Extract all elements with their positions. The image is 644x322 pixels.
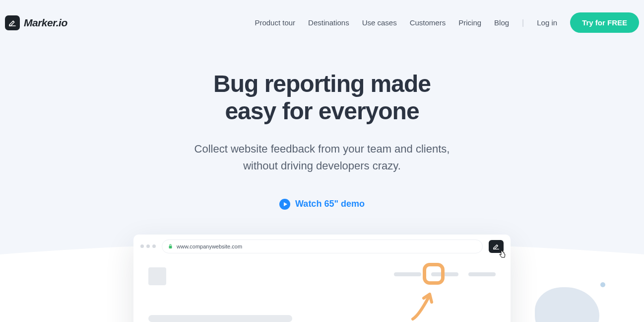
placeholder-nav [394, 272, 496, 276]
traffic-dot [140, 244, 144, 248]
hero-title: Bug reporting made easy for everyone [0, 70, 644, 125]
nav-divider: | [522, 18, 524, 27]
brand-name: Marker.io [24, 17, 67, 29]
nav-use-cases[interactable]: Use cases [362, 18, 397, 27]
marker-logo-icon [5, 15, 20, 30]
browser-chrome: www.companywebsite.com [133, 235, 511, 258]
nav-product-tour[interactable]: Product tour [255, 18, 295, 27]
browser-mockup: www.companywebsite.com [133, 235, 511, 322]
traffic-dot [146, 244, 150, 248]
hero-section: Bug reporting made easy for everyone Col… [0, 45, 644, 322]
site-header: Marker.io Product tour Destinations Use … [0, 0, 644, 45]
hero-sub-line1: Collect website feedback from your team … [194, 143, 450, 155]
hero-title-line1: Bug reporting made [213, 71, 431, 97]
placeholder-nav-item [468, 272, 496, 276]
pencil-icon [492, 242, 500, 250]
lock-icon [168, 243, 173, 249]
annotation-arrow [409, 288, 439, 322]
placeholder-nav-item [394, 272, 421, 276]
placeholder-line [148, 315, 292, 322]
placeholder-logo [148, 267, 166, 285]
mock-page-body [133, 258, 511, 322]
nav-blog[interactable]: Blog [494, 18, 509, 27]
traffic-dot [152, 244, 156, 248]
nav-pricing[interactable]: Pricing [458, 18, 481, 27]
main-nav: Product tour Destinations Use cases Cust… [255, 12, 639, 33]
try-free-button[interactable]: Try for FREE [570, 12, 639, 33]
play-icon [279, 199, 290, 210]
watch-demo-link[interactable]: Watch 65" demo [279, 199, 365, 210]
nav-customers[interactable]: Customers [410, 18, 446, 27]
hero-title-line2: easy for everyone [225, 98, 419, 124]
demo-label: Watch 65" demo [295, 199, 365, 209]
traffic-lights [140, 244, 156, 248]
nav-destinations[interactable]: Destinations [308, 18, 349, 27]
url-text: www.companywebsite.com [177, 243, 242, 249]
hero-subtitle: Collect website feedback from your team … [0, 141, 644, 174]
hero-sub-line2: without driving developers crazy. [243, 160, 401, 172]
url-bar: www.companywebsite.com [162, 240, 483, 253]
annotation-square [423, 263, 445, 285]
placeholder-text-lines [148, 315, 496, 322]
brand-logo[interactable]: Marker.io [5, 15, 67, 30]
svg-rect-0 [169, 246, 172, 248]
marker-extension-button[interactable] [489, 240, 504, 253]
nav-login[interactable]: Log in [537, 18, 557, 27]
